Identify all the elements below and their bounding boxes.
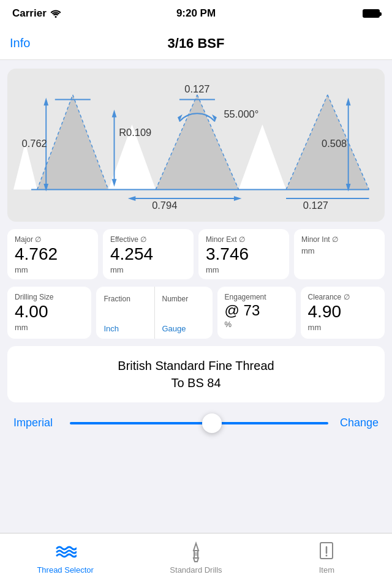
svg-point-46 [326,555,328,557]
effective-unit: mm [110,265,186,274]
clearance-label: Clearance ∅ [308,293,377,301]
carrier-label: Carrier [12,7,47,20]
svg-text:0.127: 0.127 [184,83,209,94]
diagram-svg: 0.127 0.762 R0.109 55.000° 0.508 0.794 0… [13,75,379,216]
number-label: Number [162,295,189,303]
tab-standard-drills[interactable]: Standard Drills [130,541,261,575]
status-time: 9:20 PM [176,7,216,20]
fraction-value [104,304,146,323]
effective-label: Effective ∅ [110,235,186,244]
svg-text:0.508: 0.508 [322,138,347,149]
tab-item[interactable]: Item [262,541,392,575]
back-button[interactable]: Info [10,36,30,50]
description-text: British Standard Fine ThreadTo BS 84 [20,357,372,391]
minor-ext-label: Minor Ext ∅ [206,235,282,244]
status-left: Carrier [12,7,61,20]
svg-marker-39 [194,543,198,551]
minor-ext-unit: mm [206,265,282,274]
clearance-unit: mm [308,323,377,332]
major-value: 4.762 [15,245,91,264]
engagement-unit: % [225,320,288,329]
number-unit: Gauge [162,324,186,333]
drilling-card: Drilling Size 4.00 mm [7,287,91,339]
tab-thread-selector-label: Thread Selector [37,565,94,575]
effective-value: 4.254 [110,245,186,264]
minor-ext-value: 3.746 [206,245,282,264]
tab-standard-drills-label: Standard Drills [170,565,222,575]
fraction-number-group: Fraction Inch Number Gauge [96,287,212,339]
unit-label: Imperial [13,417,62,429]
tab-thread-selector[interactable]: Thread Selector [0,541,130,575]
fraction-cell: Fraction Inch [96,287,154,339]
status-bar: Carrier 9:20 PM [0,0,392,27]
minor-int-unit: mm [301,246,377,255]
fraction-label: Fraction [104,295,130,303]
svg-rect-40 [194,551,198,558]
item-icon [315,541,337,563]
minor-int-label: Minor Int ∅ [301,235,377,244]
svg-text:55.000°: 55.000° [224,108,258,119]
unit-slider[interactable] [70,422,328,424]
wifi-icon [50,9,61,18]
major-card: Major ∅ 4.762 mm [7,229,98,279]
clearance-value: 4.90 [308,303,377,322]
nav-bar: Info 3/16 BSF [0,27,392,60]
svg-text:R0.109: R0.109 [119,127,151,138]
tab-item-label: Item [319,565,334,575]
slider-thumb[interactable] [202,413,222,433]
drilling-unit: mm [15,323,84,332]
number-value [162,304,205,323]
engagement-card: Engagement @ 73 % [217,287,296,339]
svg-point-0 [55,16,56,18]
effective-card: Effective ∅ 4.254 mm [103,229,194,279]
thread-selector-icon [55,541,77,563]
tab-bar: Thread Selector Standard Drills It [0,533,392,588]
battery-icon [363,9,380,18]
drilling-label: Drilling Size [15,293,84,301]
main-content: 0.127 0.762 R0.109 55.000° 0.508 0.794 0… [0,60,392,514]
major-unit: mm [15,265,91,274]
change-button[interactable]: Change [336,417,379,429]
svg-text:0.127: 0.127 [303,200,328,211]
svg-text:0.794: 0.794 [152,200,177,211]
fraction-unit: Inch [104,324,119,333]
minor-ext-card: Minor Ext ∅ 3.746 mm [198,229,289,279]
svg-marker-41 [194,558,198,562]
minor-int-card: Minor Int ∅ mm [294,229,385,279]
measurements-row2: Drilling Size 4.00 mm Fraction Inch Numb… [7,287,385,339]
major-label: Major ∅ [15,235,91,244]
drilling-value: 4.00 [15,303,84,322]
description-card: British Standard Fine ThreadTo BS 84 [7,346,385,402]
engagement-label: Engagement [225,293,288,301]
measurements-row1: Major ∅ 4.762 mm Effective ∅ 4.254 mm Mi… [7,229,385,279]
unit-row: Imperial Change [7,410,385,437]
clearance-card: Clearance ∅ 4.90 mm [301,287,385,339]
page-title: 3/16 BSF [168,36,225,51]
number-cell: Number Gauge [155,287,213,339]
engagement-value: @ 73 [225,303,288,318]
thread-diagram: 0.127 0.762 R0.109 55.000° 0.508 0.794 0… [7,69,385,222]
standard-drills-icon [185,541,207,563]
svg-text:0.762: 0.762 [22,138,47,149]
